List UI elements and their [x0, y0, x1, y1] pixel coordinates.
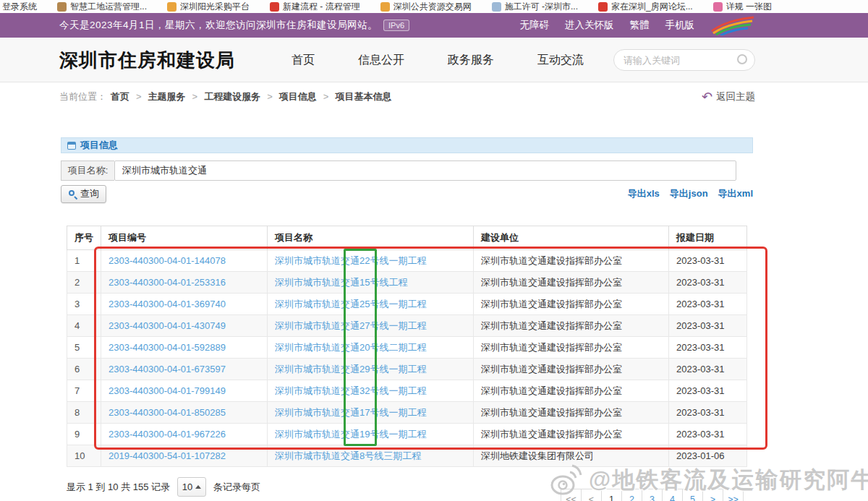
page-button[interactable]: 5 [682, 489, 703, 501]
bookmark-item[interactable]: 家在深圳_房网论坛... [598, 1, 693, 13]
search-input[interactable] [613, 49, 755, 71]
project-name-link[interactable]: 深圳市城市轨道交通22号线一期工程 [275, 255, 426, 266]
bookmark-label: 深圳公共资源交易网 [393, 1, 472, 13]
records-summary: 显示 1 到 10 共 155 记录 [67, 481, 170, 494]
page-button[interactable]: << [561, 489, 582, 501]
breadcrumb-item[interactable]: 项目信息 [279, 90, 336, 103]
project-code-link[interactable]: 2303-440300-04-01-253316 [109, 277, 226, 288]
project-code-link[interactable]: 2303-440300-04-01-430749 [109, 320, 226, 331]
table-header-cell: 报建日期 [669, 226, 747, 250]
back-link-label: 返回主题 [716, 90, 755, 103]
bookmark-item[interactable]: 新建流程 - 流程管理 [270, 1, 360, 13]
breadcrumb-bar: 当前位置： 首页主题服务工程建设服务项目信息项目基本信息 ↶ 返回主题 [0, 83, 868, 111]
site-header: 深圳市住房和建设局 首页信息公开政务服务互动交流 [0, 38, 868, 82]
bookmarks-bar: 登录系统 智慧工地运营管理... 深圳阳光采购平台 新建流程 - 流程管理 深圳… [0, 0, 868, 13]
site-search [613, 49, 755, 71]
project-name-label: 项目名称: [61, 160, 114, 181]
breadcrumb-item[interactable]: 主题服务 [148, 90, 205, 103]
nav-item[interactable]: 首页 [292, 53, 315, 68]
project-org: 深圳市轨道交通建设指挥部办公室 [474, 294, 669, 315]
project-code-link[interactable]: 2303-440300-04-01-592889 [109, 342, 226, 353]
table-row: 5 2303-440300-04-01-592889 深圳市城市轨道交通20号线… [67, 337, 747, 359]
bookmark-favicon-icon [713, 2, 723, 12]
query-button[interactable]: 查询 [61, 185, 106, 203]
projects-table: 序号项目编号项目名称建设单位报建日期 1 2303-440300-04-01-1… [67, 226, 747, 467]
page-button[interactable]: 2 [621, 489, 642, 501]
bookmark-favicon-icon [380, 2, 390, 12]
table-header-cell: 序号 [67, 226, 101, 250]
nav-item[interactable]: 互动交流 [537, 53, 584, 68]
export-link[interactable]: 导出xls [628, 187, 660, 200]
project-code-link[interactable]: 2303-440300-04-01-369740 [109, 299, 226, 309]
welcome-text: 今天是2023年4月1日，星期六，欢迎您访问深圳市住房和建设局网站。 [59, 19, 378, 32]
page-button[interactable]: 1 [601, 489, 622, 501]
page-button[interactable]: < [581, 489, 602, 501]
project-code-link[interactable]: 2303-440300-04-01-850285 [109, 407, 226, 418]
project-name-link[interactable]: 深圳市城市轨道交通19号线一期工程 [275, 429, 426, 440]
row-index: 5 [67, 337, 101, 359]
bookmark-label: 施工许可 -深圳市... [505, 1, 578, 13]
project-name-link[interactable]: 深圳市城市轨道交通29号线一期工程 [275, 364, 426, 374]
bookmark-favicon-icon [167, 2, 176, 12]
table-row: 9 2303-440300-04-01-967226 深圳市城市轨道交通19号线… [67, 424, 747, 445]
breadcrumb-item[interactable]: 工程建设服务 [204, 90, 279, 103]
page-button[interactable]: >> [723, 489, 744, 501]
pagination: <<<12345>>> [561, 489, 744, 501]
topbar-link[interactable]: 进入关怀版 [565, 19, 614, 32]
bookmark-item[interactable]: 深圳阳光采购平台 [167, 1, 250, 13]
table-header-cell: 项目编号 [101, 226, 268, 250]
table-row: 8 2303-440300-04-01-850285 深圳市城市轨道交通17号线… [67, 402, 747, 424]
project-name-link[interactable]: 深圳市城市轨道交通20号线二期工程 [275, 342, 426, 353]
page-size-dropdown[interactable]: 10 [177, 477, 206, 497]
row-index: 8 [67, 402, 101, 424]
project-name-link[interactable]: 深圳市城市轨道交通15号线工程 [275, 277, 407, 288]
search-icon[interactable] [737, 54, 747, 64]
bookmark-item[interactable]: 深圳公共资源交易网 [380, 1, 472, 13]
project-code-link[interactable]: 2303-440300-04-01-673597 [109, 364, 226, 374]
bookmark-label: 详规 一张图 [726, 1, 772, 13]
topbar-link[interactable]: 繁體 [630, 19, 650, 32]
project-name-link[interactable]: 深圳市城市轨道交通27号线一期工程 [275, 320, 426, 331]
project-org: 深圳市轨道交通建设指挥部办公室 [474, 402, 669, 424]
breadcrumb-item[interactable]: 首页 [111, 90, 148, 103]
caret-up-icon [195, 485, 201, 489]
page-button[interactable]: > [702, 489, 723, 501]
page: 登录系统 智慧工地运营管理... 深圳阳光采购平台 新建流程 - 流程管理 深圳… [0, 0, 868, 501]
back-to-topic-link[interactable]: ↶ 返回主题 [702, 90, 755, 103]
export-link[interactable]: 导出json [670, 187, 708, 200]
project-name-link[interactable]: 深圳市城市轨道交通8号线三期工程 [275, 450, 421, 461]
site-title: 深圳市住房和建设局 [59, 48, 235, 73]
export-link[interactable]: 导出xml [718, 187, 753, 200]
row-index: 2 [67, 272, 101, 294]
project-code-link[interactable]: 2303-440300-04-01-967226 [109, 429, 226, 440]
project-name-link[interactable]: 深圳市城市轨道交通17号线一期工程 [275, 407, 426, 418]
page-button[interactable]: 3 [642, 489, 663, 501]
project-code-link[interactable]: 2019-440300-54-01-107282 [109, 450, 226, 461]
bookmark-item[interactable]: 登录系统 [2, 1, 37, 13]
ipv6-badge: IPv6 [383, 20, 409, 31]
project-code-link[interactable]: 2303-440300-04-01-144078 [109, 255, 226, 266]
project-code-link[interactable]: 2303-440300-04-01-799149 [109, 385, 226, 396]
nav-item[interactable]: 政务服务 [448, 53, 494, 68]
nav-item[interactable]: 信息公开 [358, 53, 404, 68]
project-org: 深圳市轨道交通建设指挥部办公室 [474, 337, 669, 359]
project-name-link[interactable]: 深圳市城市轨道交通32号线一期工程 [275, 385, 426, 396]
topbar-link[interactable]: 无障碍 [520, 19, 550, 32]
project-date: 2023-03-31 [669, 380, 747, 402]
page-button[interactable]: 4 [662, 489, 683, 501]
project-name-input[interactable] [114, 160, 736, 181]
bookmark-item[interactable]: 施工许可 -深圳市... [492, 1, 578, 13]
project-date: 2023-03-31 [669, 402, 747, 424]
bookmark-item[interactable]: 详规 一张图 [713, 1, 772, 13]
bookmark-item[interactable]: 智慧工地运营管理... [57, 1, 147, 13]
breadcrumb: 首页主题服务工程建设服务项目信息项目基本信息 [111, 90, 391, 103]
breadcrumb-item[interactable]: 项目基本信息 [335, 90, 391, 103]
row-index: 6 [67, 359, 101, 380]
table-footer: 显示 1 到 10 共 155 记录 10 条记录每页 [67, 477, 260, 497]
project-name-link[interactable]: 深圳市城市轨道交通25号线一期工程 [275, 299, 426, 309]
query-button-label: 查询 [80, 187, 99, 200]
bookmark-favicon-icon [598, 2, 608, 12]
topbar-link[interactable]: 手机版 [665, 19, 695, 32]
bookmark-label: 新建流程 - 流程管理 [283, 1, 360, 13]
table-row: 6 2303-440300-04-01-673597 深圳市城市轨道交通29号线… [67, 359, 747, 380]
